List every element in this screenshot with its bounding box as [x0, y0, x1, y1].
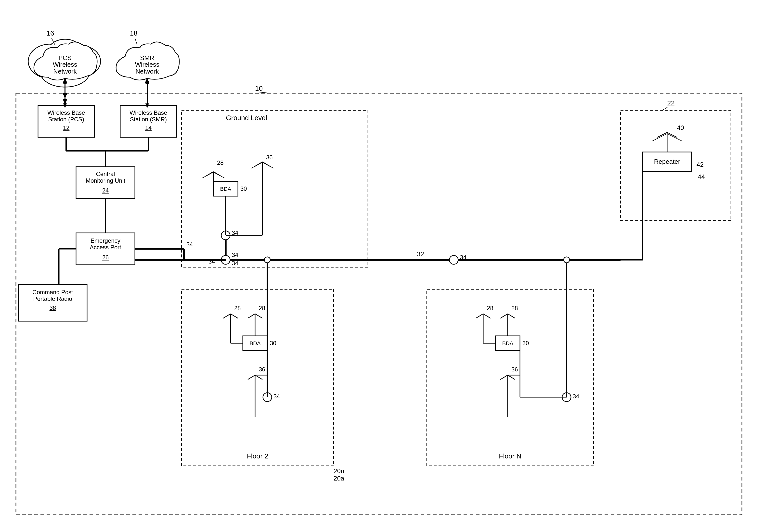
svg-text:BDA: BDA	[220, 186, 231, 192]
diagram-container: 16 PCS Wireless Network 18 SMR Wireless …	[0, 0, 764, 532]
svg-text:24: 24	[102, 187, 109, 194]
svg-text:PCS: PCS	[58, 54, 71, 62]
svg-text:Wireless: Wireless	[135, 61, 159, 68]
svg-text:Access Port: Access Port	[90, 244, 121, 251]
svg-text:Station (SMR): Station (SMR)	[130, 116, 167, 122]
svg-text:14: 14	[145, 124, 152, 131]
svg-text:26: 26	[102, 254, 109, 261]
svg-text:Network: Network	[53, 68, 77, 75]
svg-text:BDA: BDA	[502, 340, 513, 346]
svg-text:36: 36	[266, 154, 273, 161]
svg-text:34: 34	[209, 258, 215, 265]
svg-text:28: 28	[511, 305, 518, 311]
svg-text:16: 16	[46, 29, 54, 37]
svg-text:Command Post: Command Post	[32, 289, 73, 295]
svg-text:28: 28	[234, 305, 241, 311]
svg-text:Repeater: Repeater	[654, 158, 680, 165]
svg-text:34: 34	[274, 393, 280, 400]
svg-text:Central: Central	[96, 171, 115, 177]
svg-text:Portable Radio: Portable Radio	[33, 295, 72, 302]
svg-text:20a: 20a	[333, 475, 344, 482]
svg-text:34: 34	[186, 241, 193, 248]
svg-text:36: 36	[511, 366, 518, 373]
svg-text:Wireless: Wireless	[53, 61, 77, 68]
svg-text:34: 34	[232, 252, 238, 258]
svg-text:12: 12	[63, 124, 70, 131]
svg-text:22: 22	[667, 99, 675, 107]
svg-text:Floor N: Floor N	[499, 452, 521, 460]
svg-text:38: 38	[50, 304, 56, 311]
svg-text:Ground Level: Ground Level	[226, 114, 267, 121]
svg-text:Network: Network	[135, 68, 159, 75]
svg-text:42: 42	[696, 161, 704, 168]
svg-text:Monitoring Unit: Monitoring Unit	[86, 177, 125, 184]
svg-text:SMR: SMR	[140, 54, 154, 62]
svg-text:28: 28	[259, 305, 266, 311]
svg-rect-0	[0, 0, 764, 532]
svg-text:Emergency: Emergency	[91, 237, 120, 244]
svg-text:10: 10	[255, 85, 263, 92]
svg-text:32: 32	[417, 250, 424, 258]
svg-text:30: 30	[270, 340, 277, 346]
svg-text:Wireless Base: Wireless Base	[129, 109, 167, 116]
svg-text:28: 28	[487, 305, 493, 311]
svg-point-169	[265, 257, 270, 263]
svg-text:Station (PCS): Station (PCS)	[48, 116, 85, 122]
svg-text:34: 34	[573, 393, 579, 400]
svg-text:44: 44	[698, 173, 705, 180]
svg-text:34: 34	[232, 260, 238, 266]
svg-text:40: 40	[677, 124, 684, 131]
svg-text:28: 28	[217, 159, 224, 166]
svg-text:30: 30	[240, 185, 247, 192]
svg-text:34: 34	[460, 254, 467, 261]
svg-text:36: 36	[259, 366, 266, 373]
svg-text:BDA: BDA	[250, 340, 261, 346]
svg-text:Wireless Base: Wireless Base	[47, 109, 85, 116]
svg-text:30: 30	[522, 340, 529, 346]
svg-point-170	[564, 257, 569, 263]
svg-text:Floor 2: Floor 2	[247, 452, 268, 460]
svg-text:20n: 20n	[333, 467, 344, 475]
svg-text:18: 18	[130, 29, 137, 37]
svg-point-88	[449, 256, 458, 264]
